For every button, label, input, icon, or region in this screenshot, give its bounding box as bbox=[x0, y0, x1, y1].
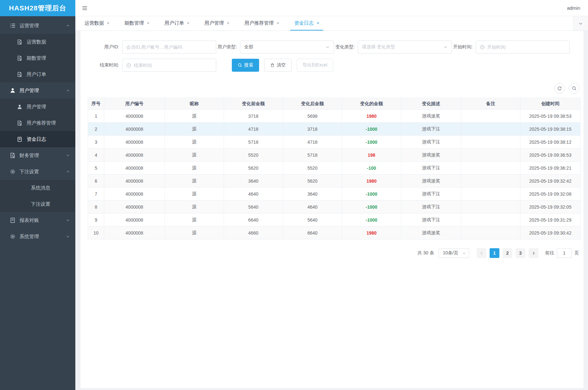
cell-nickname: 源 bbox=[165, 175, 224, 188]
cell-after-amount: 5620 bbox=[283, 175, 342, 188]
cell-remark bbox=[461, 226, 520, 239]
sidebar-item-operations-data[interactable]: 运营数据 bbox=[0, 34, 75, 50]
page-size-select[interactable]: 10条/页 bbox=[439, 248, 469, 258]
export-excel-button[interactable]: 导出到Excel bbox=[297, 59, 333, 72]
refresh-button[interactable] bbox=[554, 83, 565, 94]
document-icon bbox=[17, 137, 22, 142]
table-row[interactable]: 2 4000008 源 4718 3718 -1000 游戏下注 2025-05… bbox=[88, 123, 581, 136]
tab-overflow-button[interactable] bbox=[573, 16, 588, 30]
filter-row-1: 用户ID: 用户类型: 全部 bbox=[95, 41, 581, 54]
document-gear-icon bbox=[17, 120, 22, 126]
sidebar-group-report-reconciliation[interactable]: 报表对账 bbox=[0, 212, 75, 228]
close-icon[interactable]: × bbox=[317, 21, 319, 25]
cell-user-no: 4000008 bbox=[104, 110, 165, 123]
page-button-3[interactable]: 3 bbox=[516, 248, 525, 258]
tab-operations-data[interactable]: 运营数据 × bbox=[81, 16, 113, 30]
list-icon bbox=[10, 23, 16, 29]
sidebar-item-user-orders[interactable]: 用户订单 bbox=[0, 66, 75, 82]
table-row[interactable]: 7 4000008 源 4640 3640 -1000 游戏下注 2025-05… bbox=[88, 188, 581, 201]
chevron-left-icon bbox=[480, 251, 484, 255]
cell-user-no: 4000008 bbox=[104, 201, 165, 213]
goto-page-input[interactable] bbox=[557, 248, 572, 258]
cell-created-at: 2025-05-19 09:32:05 bbox=[520, 201, 580, 213]
tab-period-management[interactable]: 期数管理 × bbox=[120, 16, 153, 30]
table-row[interactable]: 4 4000008 源 5520 5718 198 游戏派奖 2025-05-1… bbox=[88, 149, 581, 162]
table-row[interactable]: 9 4000008 源 6640 5640 -1000 游戏下注 2025-05… bbox=[88, 213, 581, 226]
cell-before-amount: 6640 bbox=[224, 213, 283, 226]
search-button[interactable]: 搜索 bbox=[232, 59, 259, 72]
table-row[interactable]: 1 4000008 源 3718 5698 1980 游戏派奖 2025-05-… bbox=[88, 110, 581, 123]
gear-icon bbox=[10, 234, 16, 239]
tab-user-orders[interactable]: 用户订单 × bbox=[160, 16, 193, 30]
table-row[interactable]: 10 4000008 源 4660 6640 1980 游戏派奖 2025-05… bbox=[88, 226, 581, 239]
cell-remark bbox=[461, 188, 520, 201]
cell-before-amount: 3640 bbox=[224, 175, 283, 188]
cell-nickname: 源 bbox=[165, 110, 224, 123]
cell-seq: 5 bbox=[88, 162, 104, 175]
main-column: admin 运营数据 × 期数管理 × 用户订单 × 用户管理 × bbox=[75, 0, 588, 390]
goto-suffix: 页 bbox=[574, 250, 579, 256]
close-icon[interactable]: × bbox=[107, 21, 109, 25]
cell-seq: 9 bbox=[88, 213, 104, 226]
tab-user-management[interactable]: 用户管理 × bbox=[201, 16, 233, 30]
sidebar-item-period-management[interactable]: 期数管理 bbox=[0, 50, 75, 66]
sidebar-group-finance-management[interactable]: 财务管理 bbox=[0, 147, 75, 164]
user-id-input[interactable] bbox=[126, 44, 212, 50]
clear-button[interactable]: 清空 bbox=[264, 59, 292, 72]
tab-user-referral-management[interactable]: 用户推荐管理 × bbox=[241, 16, 283, 30]
cell-nickname: 源 bbox=[165, 188, 224, 201]
sidebar-group-operations[interactable]: 运营管理 bbox=[0, 18, 75, 34]
col-user-no: 用户编号 bbox=[104, 98, 165, 110]
change-type-select[interactable]: 请选择 变化类型 bbox=[358, 41, 452, 54]
cell-seq: 2 bbox=[88, 123, 104, 136]
page-button-2[interactable]: 2 bbox=[503, 248, 512, 258]
column-search-button[interactable] bbox=[569, 83, 580, 94]
filter-user-id: 用户ID: bbox=[95, 41, 216, 54]
prev-page-button[interactable] bbox=[477, 248, 486, 258]
close-icon[interactable]: × bbox=[277, 21, 279, 25]
close-icon[interactable]: × bbox=[227, 21, 230, 25]
user-menu[interactable]: admin bbox=[567, 5, 580, 11]
cell-seq: 3 bbox=[88, 136, 104, 149]
end-time-input[interactable] bbox=[134, 63, 212, 68]
search-icon bbox=[238, 63, 242, 67]
sidebar-item-bet-settings[interactable]: 下注设置 bbox=[0, 196, 75, 212]
cell-before-amount: 3718 bbox=[224, 110, 283, 123]
sidebar-group-bet-settings[interactable]: 下注设置 bbox=[0, 164, 75, 180]
close-icon[interactable]: × bbox=[187, 21, 189, 25]
document-gear-icon bbox=[17, 72, 22, 77]
chevron-down-icon bbox=[66, 153, 70, 158]
sidebar-item-label: 系统消息 bbox=[31, 185, 50, 191]
sidebar-item-funds-log[interactable]: 资金日志 bbox=[0, 131, 75, 147]
cell-user-no: 4000008 bbox=[104, 162, 165, 175]
tab-label: 资金日志 bbox=[294, 20, 314, 26]
table-row[interactable]: 3 4000008 源 5718 4718 -1000 游戏下注 2025-05… bbox=[88, 136, 581, 149]
cell-change-amount: -100 bbox=[342, 162, 401, 175]
page-button-1[interactable]: 1 bbox=[490, 248, 499, 258]
cell-created-at: 2025-05-19 09:32:08 bbox=[520, 188, 580, 201]
chevron-down-icon bbox=[462, 251, 466, 255]
sidebar-group-user-management[interactable]: 用户管理 bbox=[0, 82, 75, 99]
clock-icon bbox=[480, 45, 485, 50]
start-time-input[interactable] bbox=[487, 44, 566, 50]
table-row[interactable]: 8 4000008 源 5640 4640 -1000 游戏下注 2025-05… bbox=[88, 201, 581, 213]
sidebar-item-user-management[interactable]: 用户管理 bbox=[0, 99, 75, 115]
sidebar-item-user-referral-management[interactable]: 用户推荐管理 bbox=[0, 115, 75, 131]
table-header-row: 序号 用户编号 昵称 变化前金额 变化后金额 变化的金额 变化描述 备注 创建时… bbox=[88, 98, 581, 110]
search-icon bbox=[572, 86, 577, 91]
user-type-select[interactable]: 全部 bbox=[240, 41, 334, 54]
next-page-button[interactable] bbox=[529, 248, 538, 258]
cell-nickname: 源 bbox=[165, 123, 224, 136]
tab-funds-log[interactable]: 资金日志 × bbox=[290, 16, 323, 30]
close-icon[interactable]: × bbox=[147, 21, 149, 25]
sidebar-group-label: 运营管理 bbox=[19, 23, 66, 29]
sidebar-item-system-messages[interactable]: 系统消息 bbox=[0, 180, 75, 196]
hamburger-menu-icon[interactable] bbox=[81, 5, 88, 12]
tabs: 运营数据 × 期数管理 × 用户订单 × 用户管理 × 用户推荐管理 × bbox=[75, 16, 573, 30]
table-row[interactable]: 6 4000008 源 3640 5620 1980 游戏派奖 2025-05-… bbox=[88, 175, 581, 188]
chevron-down-icon bbox=[325, 45, 330, 49]
col-created-at: 创建时间 bbox=[520, 98, 580, 110]
table-row[interactable]: 5 4000008 源 5620 5520 -100 游戏下注 2025-05-… bbox=[88, 162, 581, 175]
sidebar-group-system-management[interactable]: 系统管理 bbox=[0, 228, 75, 245]
user-icon bbox=[10, 88, 16, 93]
